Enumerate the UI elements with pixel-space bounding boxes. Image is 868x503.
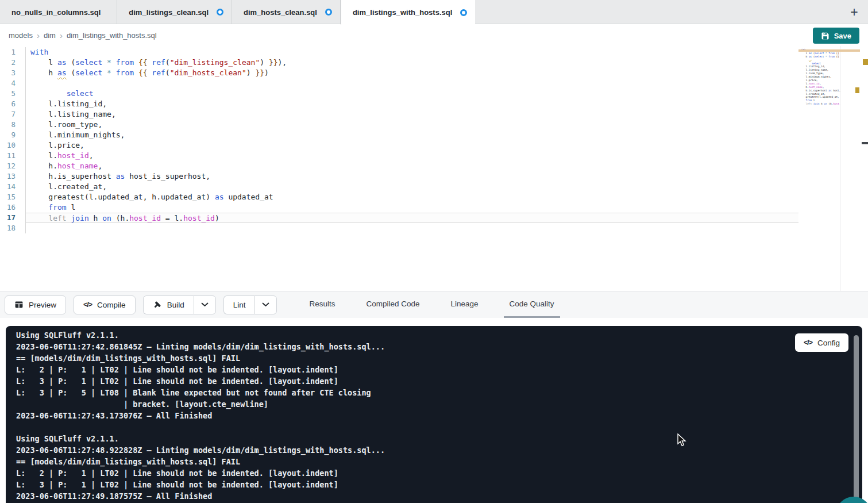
line-number: 14 xyxy=(0,182,26,192)
line-number: 11 xyxy=(0,151,26,161)
code-text: h as (select * from {{ ref("dim_hosts_cl… xyxy=(26,68,798,78)
code-line-3[interactable]: 3 h as (select * from {{ ref("dim_hosts_… xyxy=(0,68,798,78)
lint-dropdown-button[interactable] xyxy=(254,295,277,314)
code-text: l.created_at, xyxy=(26,182,798,192)
code-text: l.host_id, xyxy=(26,151,798,161)
minimap-warning-band xyxy=(798,49,860,52)
terminal-line xyxy=(16,421,862,433)
code-line-11[interactable]: 11 l.host_id, xyxy=(0,151,798,161)
terminal-line: L: 2 | P: 1 | LT02 | Line should not be … xyxy=(16,467,862,479)
code-text: l as (select * from {{ ref("dim_listings… xyxy=(26,57,798,68)
result-tabs: ResultsCompiled CodeLineageCode Quality xyxy=(303,291,560,318)
terminal-line: == [models/dim/dim_listings_with_hosts.s… xyxy=(16,456,862,467)
tab-bar: no_nulls_in_columns.sqldim_listings_clea… xyxy=(0,0,868,24)
code-line-6[interactable]: 6 l.listing_id, xyxy=(0,99,798,109)
dbt-cloud-ide: { "colors": { "accent_teal": "#0e7a7e", … xyxy=(0,0,868,503)
save-button[interactable]: Save xyxy=(813,28,859,44)
terminal-log: Using SQLFluff v2.1.1.2023-06-06T11:27:4… xyxy=(16,329,862,502)
terminal-scrollbar[interactable] xyxy=(854,335,859,500)
line-number: 3 xyxy=(0,68,26,78)
table-grid-icon xyxy=(14,300,24,309)
compile-label: Compile xyxy=(97,301,126,309)
line-number: 18 xyxy=(0,223,26,233)
save-icon xyxy=(821,32,830,40)
code-text xyxy=(798,106,840,109)
line-number: 7 xyxy=(0,109,26,120)
line-number: 5 xyxy=(0,89,26,99)
result-tab-results[interactable]: Results xyxy=(303,291,341,318)
breadcrumb-item[interactable]: dim_listings_with_hosts.sql xyxy=(67,31,157,40)
code-line-17[interactable]: 17 left join h on (h.host_id = l.host_id… xyxy=(0,213,798,223)
unsaved-changes-dot-icon[interactable] xyxy=(217,9,223,16)
build-split-button: Build xyxy=(143,295,216,314)
code-line-16[interactable]: 16 from l xyxy=(0,202,798,213)
config-button[interactable]: </> Config xyxy=(795,333,848,352)
build-button[interactable]: Build xyxy=(143,295,194,314)
config-label: Config xyxy=(817,339,840,347)
code-line-1[interactable]: 1with xyxy=(0,47,798,57)
line-number: 8 xyxy=(0,120,26,130)
terminal-line: 2023-06-06T11:27:49.187575Z — All Finish… xyxy=(16,490,862,502)
breadcrumb-separator-icon: › xyxy=(37,31,40,40)
compile-button[interactable]: </> Compile xyxy=(74,295,136,314)
tab-dim_listings_with_hosts-sql[interactable]: dim_listings_with_hosts.sql xyxy=(341,0,475,25)
code-icon: </> xyxy=(83,301,92,309)
lint-output-terminal[interactable]: Using SQLFluff v2.1.1.2023-06-06T11:27:4… xyxy=(6,326,862,503)
terminal-line: L: 3 | P: 1 | LT02 | Line should not be … xyxy=(16,375,862,387)
unsaved-changes-dot-icon[interactable] xyxy=(460,9,467,16)
overview-ruler-cursor-marker xyxy=(862,142,868,144)
code-line-10[interactable]: 10 l.price, xyxy=(0,140,798,151)
breadcrumb-separator-icon: › xyxy=(60,31,63,40)
code-line-15[interactable]: 15 greatest(l.updated_at, h.updated_at) … xyxy=(0,192,798,202)
code-line-5[interactable]: 5 select xyxy=(0,89,798,99)
line-number: 2 xyxy=(0,57,26,68)
terminal-line: L: 3 | P: 1 | LT02 | Line should not be … xyxy=(16,479,862,490)
code-line-13[interactable]: 13 h.is_superhost as host_is_superhost, xyxy=(0,171,798,182)
code-line-2[interactable]: 2 l as (select * from {{ ref("dim_listin… xyxy=(0,57,798,68)
line-number: 4 xyxy=(0,78,26,89)
breadcrumb: models›dim›dim_listings_with_hosts.sql xyxy=(9,31,157,40)
result-tab-code-quality[interactable]: Code Quality xyxy=(504,291,560,318)
preview-button[interactable]: Preview xyxy=(5,295,66,314)
lint-button[interactable]: Lint xyxy=(223,295,255,314)
minimap[interactable]: 1with2 l as (select * from {{ ref("dim_l… xyxy=(798,48,840,117)
code-line-18[interactable]: 18 xyxy=(0,223,798,233)
code-text: h.is_superhost as host_is_superhost, xyxy=(26,171,798,182)
new-tab-button[interactable]: + xyxy=(844,0,865,24)
code-editor[interactable]: 1with2 l as (select * from {{ ref("dim_l… xyxy=(0,46,868,291)
line-number: 12 xyxy=(0,161,26,171)
code-line-9[interactable]: 9 l.minimum_nights, xyxy=(0,130,798,140)
code-text: left join h on (h.host_id = l.host_id) xyxy=(26,213,798,223)
code-line-12[interactable]: 12 h.host_name, xyxy=(0,161,798,171)
tab-dim_hosts_clean-sql[interactable]: dim_hosts_clean.sql xyxy=(232,0,341,24)
code-line-4[interactable]: 4 xyxy=(0,78,798,89)
code-line-7[interactable]: 7 l.listing_name, xyxy=(0,109,798,120)
code-text: from l xyxy=(26,202,798,213)
lint-split-button: Lint xyxy=(223,295,277,314)
breadcrumb-item[interactable]: models xyxy=(9,31,33,40)
terminal-line: Using SQLFluff v2.1.1. xyxy=(16,433,862,444)
tab-dim_listings_clean-sql[interactable]: dim_listings_clean.sql xyxy=(117,0,232,24)
build-dropdown-button[interactable] xyxy=(194,295,216,314)
hammer-icon xyxy=(153,300,162,309)
code-pane: 1with2 l as (select * from {{ ref("dim_l… xyxy=(0,47,798,233)
code-text: greatest(l.updated_at, h.updated_at) as … xyxy=(26,192,798,202)
overview-ruler-warning-marker xyxy=(855,87,859,93)
unsaved-changes-dot-icon[interactable] xyxy=(325,9,332,16)
terminal-line: L: 3 | P: 5 | LT08 | Blank line expected… xyxy=(16,387,862,398)
line-number: 10 xyxy=(0,140,26,151)
overview-ruler-warning-marker xyxy=(863,59,868,65)
code-text xyxy=(26,78,798,89)
result-tab-compiled-code[interactable]: Compiled Code xyxy=(360,291,425,318)
line-number: 6 xyxy=(0,99,26,109)
tab-no_nulls_in_columns-sql[interactable]: no_nulls_in_columns.sql xyxy=(0,0,117,24)
code-line-8[interactable]: 8 l.room_type, xyxy=(0,120,798,130)
code-line-14[interactable]: 14 l.created_at, xyxy=(0,182,798,192)
lint-label: Lint xyxy=(233,301,246,309)
code-line-18: 18 xyxy=(798,106,840,109)
breadcrumb-bar: models›dim›dim_listings_with_hosts.sql S… xyxy=(0,25,868,46)
breadcrumb-item[interactable]: dim xyxy=(44,31,56,40)
terminal-line: L: 2 | P: 1 | LT02 | Line should not be … xyxy=(16,364,862,375)
result-tab-lineage[interactable]: Lineage xyxy=(445,291,484,318)
line-number: 13 xyxy=(0,171,26,182)
